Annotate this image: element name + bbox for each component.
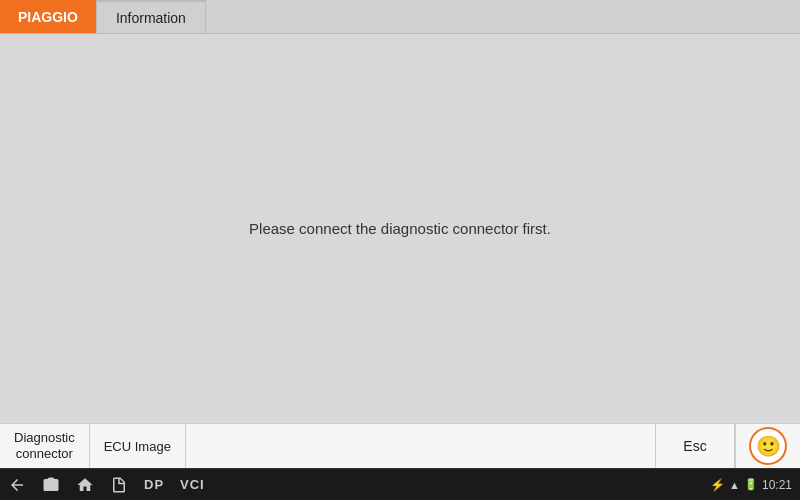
bottom-action-bar: Diagnostic connector ECU Image Esc 🙂 xyxy=(0,423,800,468)
file-icon xyxy=(110,476,128,494)
dp-button[interactable]: DP xyxy=(136,477,172,492)
esc-button[interactable]: Esc xyxy=(655,424,735,468)
diagnostic-connector-button[interactable]: Diagnostic connector xyxy=(0,424,90,468)
diagnostic-connector-label-line1: Diagnostic xyxy=(14,430,75,446)
top-tab-bar: PIAGGIO Information xyxy=(0,0,800,33)
bottom-nav-bar: DP VCI ⚡ ▲ 🔋 10:21 xyxy=(0,468,800,500)
tab-information-label: Information xyxy=(116,10,186,26)
wifi-icon: ▲ xyxy=(729,479,740,491)
main-content-area: Please connect the diagnostic connector … xyxy=(0,33,800,423)
battery-icon: 🔋 xyxy=(744,478,758,491)
spacer xyxy=(186,424,655,468)
logo-button[interactable]: 🙂 xyxy=(735,424,800,468)
status-area: ⚡ ▲ 🔋 10:21 xyxy=(710,478,800,492)
home-button[interactable] xyxy=(68,476,102,494)
vci-button[interactable]: VCI xyxy=(172,477,213,492)
dp-label: DP xyxy=(144,477,164,492)
camera-icon xyxy=(42,476,60,494)
diagnostic-connector-label-line2: connector xyxy=(16,446,73,462)
ecu-image-button[interactable]: ECU Image xyxy=(90,424,186,468)
tab-piaggio[interactable]: PIAGGIO xyxy=(0,0,96,33)
camera-button[interactable] xyxy=(34,476,68,494)
vci-label: VCI xyxy=(180,477,205,492)
time-display: 10:21 xyxy=(762,478,792,492)
obd-logo: 🙂 xyxy=(749,427,787,465)
ecu-image-label: ECU Image xyxy=(104,439,171,454)
bluetooth-icon: ⚡ xyxy=(710,478,725,492)
tab-piaggio-label: PIAGGIO xyxy=(18,9,78,25)
tab-information[interactable]: Information xyxy=(96,0,206,33)
home-icon xyxy=(76,476,94,494)
back-arrow-icon xyxy=(8,476,26,494)
file-button[interactable] xyxy=(102,476,136,494)
obd-logo-face: 🙂 xyxy=(751,429,785,463)
main-message: Please connect the diagnostic connector … xyxy=(249,220,551,237)
esc-label: Esc xyxy=(683,438,706,454)
back-button[interactable] xyxy=(0,476,34,494)
